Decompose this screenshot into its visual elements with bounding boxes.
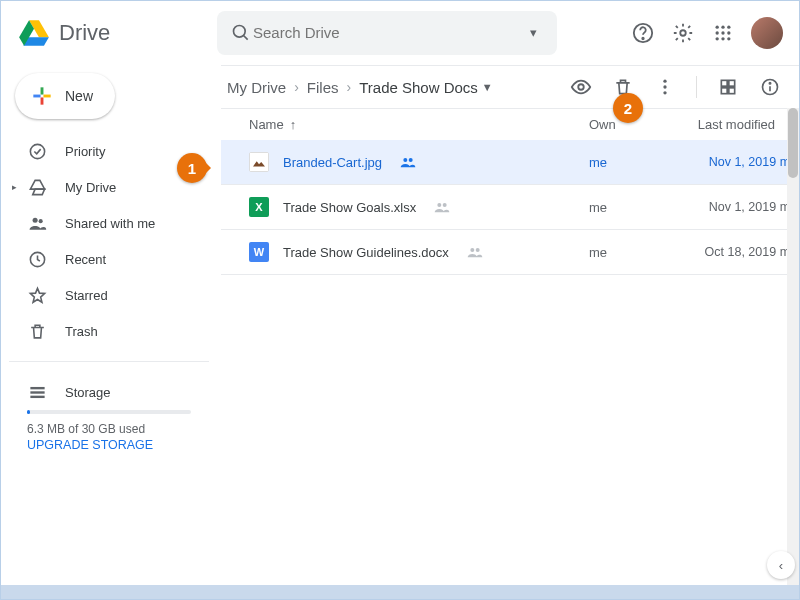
apps-icon[interactable] [711, 21, 735, 45]
header-actions [631, 17, 783, 49]
sidebar-item-shared[interactable]: Shared with me [9, 205, 209, 241]
bottom-scrollbar[interactable] [1, 585, 799, 599]
svg-point-14 [30, 144, 44, 158]
show-side-panel-button[interactable]: ‹ [767, 551, 795, 579]
svg-rect-26 [729, 80, 735, 86]
svg-point-35 [438, 203, 442, 207]
search-input[interactable] [253, 24, 521, 41]
image-file-icon [249, 152, 269, 172]
callout-1: 1 [177, 153, 207, 183]
col-name[interactable]: Name ↑ [249, 117, 589, 132]
logo[interactable]: Drive [17, 16, 217, 50]
svg-point-36 [443, 203, 447, 207]
my-drive-icon [27, 177, 47, 197]
sidebar: New Priority My Drive Shared with me Rec… [1, 65, 221, 599]
file-modified: Oct 18, 2019 me [705, 245, 799, 259]
svg-point-33 [403, 158, 407, 162]
chevron-right-icon: › [347, 79, 352, 95]
recent-icon [27, 249, 47, 269]
preview-icon[interactable] [570, 76, 592, 98]
svg-point-21 [578, 84, 584, 90]
svg-point-7 [727, 25, 730, 28]
chevron-right-icon: › [294, 79, 299, 95]
chevron-down-icon: ▼ [482, 81, 493, 93]
sidebar-item-label: Recent [65, 252, 106, 267]
svg-rect-27 [721, 88, 727, 94]
scrollbar[interactable] [787, 108, 799, 599]
drive-logo-icon [17, 16, 51, 50]
plus-icon [29, 83, 55, 109]
grid-view-icon[interactable] [717, 76, 739, 98]
toolbar: My Drive › Files › Trade Show Docs ▼ [221, 66, 799, 109]
excel-file-icon: X [249, 197, 269, 217]
breadcrumb-seg[interactable]: My Drive [227, 79, 286, 96]
breadcrumb: My Drive › Files › Trade Show Docs ▼ [227, 79, 493, 96]
svg-rect-20 [30, 395, 44, 397]
account-avatar[interactable] [751, 17, 783, 49]
sidebar-item-label: Starred [65, 288, 108, 303]
svg-point-38 [475, 248, 479, 252]
brand-name: Drive [59, 20, 110, 46]
svg-point-15 [32, 217, 37, 222]
svg-point-12 [721, 37, 724, 40]
trash-icon [27, 321, 47, 341]
svg-point-5 [716, 25, 719, 28]
more-icon[interactable] [654, 76, 676, 98]
col-owner[interactable]: Own [589, 117, 689, 132]
main: My Drive › Files › Trade Show Docs ▼ [221, 65, 799, 599]
sort-asc-icon: ↑ [290, 117, 297, 132]
svg-point-4 [680, 30, 686, 36]
breadcrumb-seg[interactable]: Files [307, 79, 339, 96]
divider [696, 76, 697, 98]
svg-point-3 [642, 37, 643, 38]
search-icon[interactable] [229, 21, 253, 45]
svg-point-34 [409, 158, 413, 162]
svg-point-13 [727, 37, 730, 40]
breadcrumb-current[interactable]: Trade Show Docs ▼ [359, 79, 493, 96]
info-icon[interactable] [759, 76, 781, 98]
new-button[interactable]: New [15, 73, 115, 119]
file-name: Trade Show Goals.xlsx [283, 200, 416, 215]
priority-icon [27, 141, 47, 161]
file-row[interactable]: W Trade Show Guidelines.docx me Oct 18, … [221, 230, 799, 275]
shared-icon [467, 246, 483, 258]
file-owner: me [589, 155, 689, 170]
file-name: Trade Show Guidelines.docx [283, 245, 449, 260]
svg-point-22 [663, 80, 666, 83]
search-bar[interactable]: ▾ [217, 11, 557, 55]
gear-icon[interactable] [671, 21, 695, 45]
svg-point-8 [716, 31, 719, 34]
file-row[interactable]: X Trade Show Goals.xlsx me Nov 1, 2019 m… [221, 185, 799, 230]
file-row[interactable]: Branded-Cart.jpg me Nov 1, 2019 me [221, 140, 799, 185]
callout-2: 2 [613, 93, 643, 123]
svg-point-9 [721, 31, 724, 34]
svg-rect-25 [721, 80, 727, 86]
shared-icon [434, 201, 450, 213]
storage-bar [27, 410, 191, 414]
help-icon[interactable] [631, 21, 655, 45]
upgrade-storage-link[interactable]: UPGRADE STORAGE [27, 438, 209, 452]
svg-rect-18 [30, 386, 44, 388]
search-options-icon[interactable]: ▾ [521, 21, 545, 45]
sidebar-item-storage[interactable]: Storage [9, 374, 209, 410]
file-modified: Nov 1, 2019 me [709, 200, 799, 214]
sidebar-item-starred[interactable]: Starred [9, 277, 209, 313]
svg-rect-28 [729, 88, 735, 94]
sidebar-item-label: Trash [65, 324, 98, 339]
svg-point-10 [727, 31, 730, 34]
storage-used: 6.3 MB of 30 GB used [27, 422, 209, 436]
sidebar-item-label: My Drive [65, 180, 116, 195]
file-owner: me [589, 200, 689, 215]
svg-point-37 [470, 248, 474, 252]
svg-point-16 [38, 219, 42, 223]
header: Drive ▾ [1, 1, 799, 65]
col-modified[interactable]: Last modified [698, 117, 781, 132]
new-button-label: New [65, 88, 93, 104]
sidebar-item-recent[interactable]: Recent [9, 241, 209, 277]
sidebar-item-trash[interactable]: Trash [9, 313, 209, 349]
column-header: Name ↑ Own Last modified [221, 109, 799, 140]
svg-point-11 [716, 37, 719, 40]
word-file-icon: W [249, 242, 269, 262]
storage-icon [27, 382, 47, 402]
svg-point-0 [234, 25, 246, 37]
